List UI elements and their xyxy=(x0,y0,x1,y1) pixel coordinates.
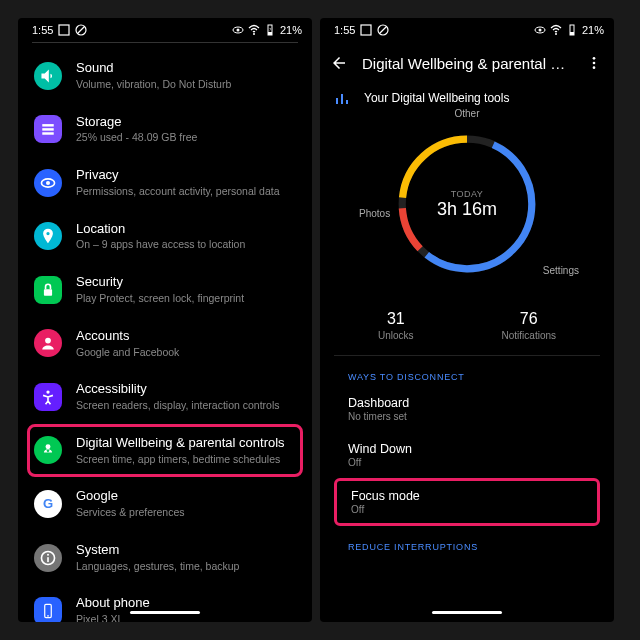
status-bar: 1:55 21% xyxy=(320,18,614,42)
settings-item-eye[interactable]: PrivacyPermissions, account activity, pe… xyxy=(30,156,300,210)
settings-item-title: Accessibility xyxy=(76,381,296,398)
settings-item-text: Storage25% used - 48.09 GB free xyxy=(76,114,296,146)
dnd-icon xyxy=(377,24,389,36)
svg-point-15 xyxy=(46,390,49,393)
settings-item-g[interactable]: GGoogleServices & preferences xyxy=(30,477,300,531)
phone-right-wellbeing: 1:55 21% Digital Wellbeing & parental c…… xyxy=(320,18,614,622)
settings-item-subtitle: Play Protect, screen lock, fingerprint xyxy=(76,292,296,306)
svg-line-2 xyxy=(78,27,84,33)
settings-item-title: Privacy xyxy=(76,167,296,184)
settings-list: SoundVolume, vibration, Do Not DisturbSt… xyxy=(18,43,312,622)
svg-point-16 xyxy=(46,445,51,450)
settings-item-subtitle: On – 9 apps have access to location xyxy=(76,238,296,252)
settings-item-text: SoundVolume, vibration, Do Not Disturb xyxy=(76,60,296,92)
svg-point-4 xyxy=(236,29,239,32)
chart-label-settings: Settings xyxy=(543,265,579,276)
settings-item-volume[interactable]: SoundVolume, vibration, Do Not Disturb xyxy=(30,49,300,103)
stat-unlocks[interactable]: 31 Unlocks xyxy=(378,310,414,341)
stat-notifications[interactable]: 76 Notifications xyxy=(502,310,556,341)
settings-item-title: About phone xyxy=(76,595,296,612)
settings-item-title: Digital Wellbeing & parental controls xyxy=(76,435,296,452)
settings-item-title: Security xyxy=(76,274,296,291)
svg-point-32 xyxy=(593,62,596,65)
settings-item-subtitle: Google and Facebook xyxy=(76,346,296,360)
volume-icon xyxy=(34,62,62,90)
account-icon xyxy=(34,329,62,357)
settings-item-info[interactable]: SystemLanguages, gestures, time, backup xyxy=(30,531,300,585)
settings-item-pin[interactable]: LocationOn – 9 apps have access to locat… xyxy=(30,210,300,264)
battery-percent: 21% xyxy=(280,24,302,36)
chart-time-value: 3h 16m xyxy=(437,199,497,220)
settings-item-title: System xyxy=(76,542,296,559)
screen-time-chart[interactable]: TODAY 3h 16m Other Photos Settings xyxy=(377,114,557,294)
settings-item-subtitle: Screen readers, display, interaction con… xyxy=(76,399,296,413)
settings-item-subtitle: Languages, gestures, time, backup xyxy=(76,560,296,574)
settings-item-text: AccountsGoogle and Facebook xyxy=(76,328,296,360)
settings-item-account[interactable]: AccountsGoogle and Facebook xyxy=(30,317,300,371)
more-icon[interactable] xyxy=(586,55,602,71)
screenshot-icon xyxy=(360,24,372,36)
battery-icon xyxy=(264,24,276,36)
settings-item-lock[interactable]: SecurityPlay Protect, screen lock, finge… xyxy=(30,263,300,317)
svg-rect-9 xyxy=(42,128,53,130)
svg-text:G: G xyxy=(43,496,53,511)
svg-rect-7 xyxy=(268,32,272,35)
chart-icon xyxy=(334,90,350,106)
notifs-label: Notifications xyxy=(502,330,556,341)
settings-item-text: Digital Wellbeing & parental controlsScr… xyxy=(76,435,296,467)
settings-item-storage[interactable]: Storage25% used - 48.09 GB free xyxy=(30,103,300,157)
svg-point-28 xyxy=(555,33,557,35)
unlocks-count: 31 xyxy=(378,310,414,328)
settings-item-text: GoogleServices & preferences xyxy=(76,488,296,520)
wellbeing-items: DashboardNo timers setWind DownOffFocus … xyxy=(320,386,614,526)
svg-point-5 xyxy=(253,33,255,35)
svg-point-12 xyxy=(46,181,50,185)
notifs-count: 76 xyxy=(502,310,556,328)
settings-item-phone[interactable]: About phonePixel 3 XL xyxy=(30,584,300,622)
settings-item-title: Sound xyxy=(76,60,296,77)
eye-icon xyxy=(34,169,62,197)
back-icon[interactable] xyxy=(330,54,348,72)
svg-rect-35 xyxy=(341,94,343,104)
stats-row: 31 Unlocks 76 Notifications xyxy=(334,302,600,356)
settings-item-text: About phonePixel 3 XL xyxy=(76,595,296,622)
g-icon: G xyxy=(34,490,62,518)
reduce-interruptions-header: REDUCE INTERRUPTIONS xyxy=(320,526,614,556)
nav-bar-handle[interactable] xyxy=(130,611,200,614)
settings-item-text: AccessibilityScreen readers, display, in… xyxy=(76,381,296,413)
app-bar: Digital Wellbeing & parental c… xyxy=(320,42,614,84)
settings-item-text: LocationOn – 9 apps have access to locat… xyxy=(76,221,296,253)
wellbeing-item-focus-mode[interactable]: Focus modeOff xyxy=(334,478,600,526)
svg-point-22 xyxy=(47,615,49,617)
settings-item-subtitle: Screen time, app timers, bedtime schedul… xyxy=(76,453,296,467)
wellbeing-item-dashboard[interactable]: DashboardNo timers set xyxy=(320,386,614,432)
settings-item-title: Accounts xyxy=(76,328,296,345)
battery-percent: 21% xyxy=(582,24,604,36)
svg-rect-23 xyxy=(361,25,371,35)
tools-label: Your Digital Wellbeing tools xyxy=(364,91,509,105)
a11y-icon xyxy=(34,383,62,411)
svg-point-31 xyxy=(593,57,596,60)
ways-to-disconnect-header: WAYS TO DISCONNECT xyxy=(320,356,614,386)
svg-rect-19 xyxy=(47,557,49,562)
settings-item-text: SystemLanguages, gestures, time, backup xyxy=(76,542,296,574)
settings-item-heart[interactable]: Digital Wellbeing & parental controlsScr… xyxy=(27,424,303,478)
settings-item-a11y[interactable]: AccessibilityScreen readers, display, in… xyxy=(30,370,300,424)
settings-item-text: PrivacyPermissions, account activity, pe… xyxy=(76,167,296,199)
wifi-icon xyxy=(550,24,562,36)
svg-point-14 xyxy=(45,338,51,344)
wellbeing-item-subtitle: Off xyxy=(351,504,583,515)
wellbeing-item-wind-down[interactable]: Wind DownOff xyxy=(320,432,614,478)
settings-item-subtitle: 25% used - 48.09 GB free xyxy=(76,131,296,145)
wellbeing-item-subtitle: No timers set xyxy=(348,411,586,422)
heart-icon xyxy=(34,436,62,464)
settings-item-title: Location xyxy=(76,221,296,238)
eye-icon xyxy=(534,24,546,36)
svg-rect-0 xyxy=(59,25,69,35)
settings-item-text: SecurityPlay Protect, screen lock, finge… xyxy=(76,274,296,306)
pin-icon xyxy=(34,222,62,250)
chart-today-label: TODAY xyxy=(451,189,484,199)
nav-bar-handle[interactable] xyxy=(432,611,502,614)
svg-rect-8 xyxy=(42,124,53,126)
dnd-icon xyxy=(75,24,87,36)
